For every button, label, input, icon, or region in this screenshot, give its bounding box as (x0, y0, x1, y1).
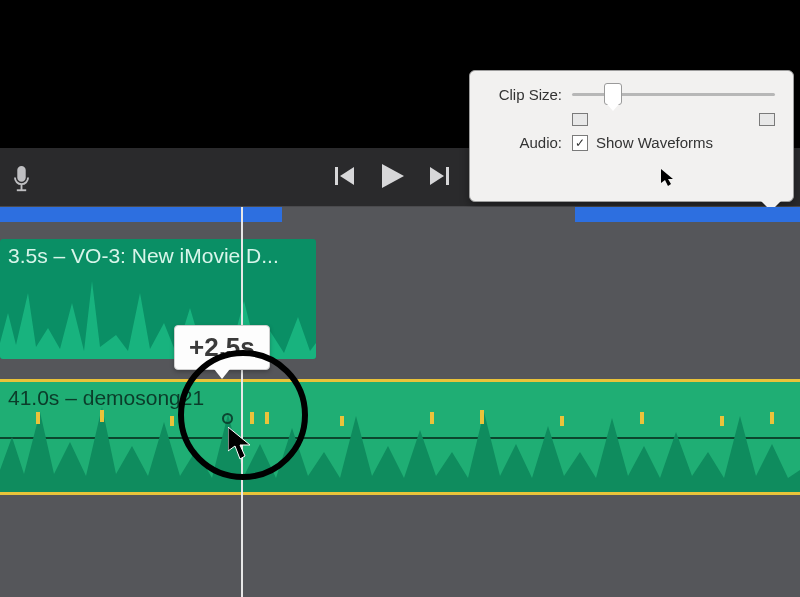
show-waveforms-checkbox[interactable]: ✓ (572, 135, 588, 151)
thumbnail-large-icon (759, 113, 775, 126)
cursor-icon (228, 427, 254, 465)
show-waveforms-label: Show Waveforms (596, 134, 713, 151)
timeline-settings-popover: Clip Size: Audio: ✓ Show Waveforms (469, 70, 794, 202)
cursor-icon (661, 169, 675, 191)
svg-marker-7 (661, 169, 673, 186)
svg-rect-17 (480, 410, 484, 424)
svg-rect-13 (250, 412, 254, 424)
timeline-marker-segment[interactable] (0, 207, 282, 222)
svg-rect-5 (446, 167, 449, 185)
svg-rect-14 (265, 412, 269, 424)
svg-rect-20 (720, 416, 724, 426)
audio-clip-demosong[interactable]: 41.0s – demosong21 (0, 379, 800, 495)
svg-marker-9 (0, 407, 800, 492)
svg-rect-2 (335, 167, 338, 185)
timeline[interactable]: 3.5s – VO-3: New iMovie D... (0, 207, 800, 597)
svg-marker-6 (430, 167, 444, 185)
svg-rect-15 (340, 416, 344, 426)
timeline-marker-segment[interactable] (575, 207, 800, 222)
next-button[interactable] (428, 165, 450, 187)
clip-title: 3.5s – VO-3: New iMovie D... (0, 239, 316, 273)
transport-controls (334, 162, 450, 190)
clip-title: 41.0s – demosong21 (0, 382, 212, 414)
svg-marker-4 (382, 164, 404, 188)
clip-size-slider[interactable] (572, 85, 775, 103)
checkmark-icon: ✓ (575, 136, 585, 150)
svg-rect-19 (640, 412, 644, 424)
play-button[interactable] (378, 162, 406, 190)
drag-handle-icon[interactable] (222, 413, 233, 424)
svg-marker-22 (228, 427, 250, 459)
svg-marker-3 (340, 167, 354, 185)
svg-rect-21 (770, 412, 774, 424)
thumbnail-small-icon (572, 113, 588, 126)
svg-rect-16 (430, 412, 434, 424)
time-offset-tooltip: +2.5s (174, 325, 270, 370)
slider-thumb[interactable] (604, 83, 622, 105)
svg-rect-12 (170, 416, 174, 426)
previous-button[interactable] (334, 165, 356, 187)
svg-rect-18 (560, 416, 564, 426)
microphone-icon[interactable] (10, 164, 33, 198)
playhead[interactable] (241, 207, 243, 597)
clip-size-label: Clip Size: (488, 86, 562, 103)
audio-label: Audio: (488, 134, 562, 151)
